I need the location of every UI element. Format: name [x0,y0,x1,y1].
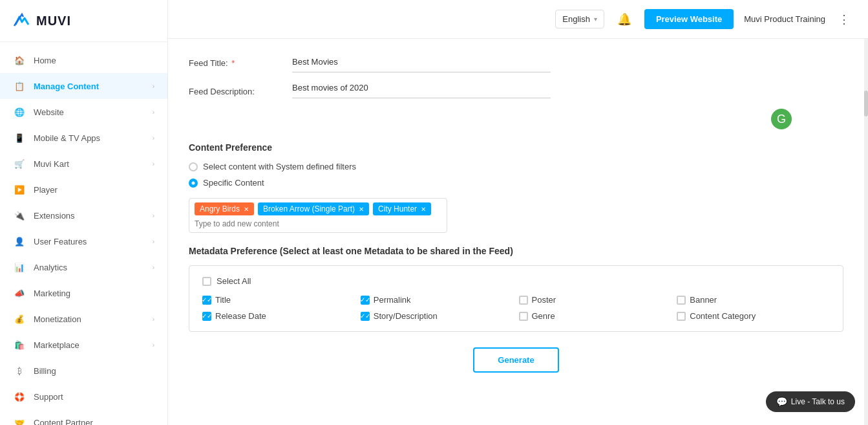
chevron-right-icon: › [153,342,154,349]
tag-angry-birds[interactable]: Angry Birds ✕ [195,202,254,215]
extensions-icon: 🔌 [13,209,26,222]
sidebar-item-content-partner[interactable]: 🤝Content Partner [0,409,167,425]
support-icon: 🛟 [13,390,26,403]
sidebar-label-user-features: User Features [34,237,153,246]
checkbox-box-release-date[interactable]: ✓ [202,312,211,321]
marketing-icon: 📣 [13,287,26,300]
generate-button[interactable]: Generate [473,347,558,373]
tag-remove-icon[interactable]: ✕ [359,206,364,213]
recaptcha-icon[interactable]: G [771,109,792,129]
checkbox-genre[interactable]: Genre [519,311,672,321]
sidebar-item-home[interactable]: 🏠Home [0,47,167,73]
tag-broken-arrow[interactable]: Broken Arrow (Single Part) ✕ [258,202,369,215]
checkbox-label-story: Story/Description [374,311,438,321]
header-title: Muvi Product Training [744,14,825,24]
sidebar-item-website[interactable]: 🌐Website› [0,99,167,125]
header: English ▾ 🔔 Preview Website Muvi Product… [168,0,868,39]
chevron-right-icon: › [153,109,154,116]
checkbox-title[interactable]: ✓ Title [202,295,355,305]
content-partner-icon: 🤝 [13,416,26,425]
sidebar-item-marketplace[interactable]: 🛍️Marketplace› [0,332,167,358]
live-chat-widget[interactable]: 💬 Live - Talk to us [766,391,855,412]
checkbox-banner[interactable]: Banner [677,295,830,305]
main-content: Feed Title: * Best Movies Feed Descripti… [168,39,864,425]
player-icon: ▶️ [13,183,26,196]
home-icon: 🏠 [13,54,26,67]
sidebar-item-analytics[interactable]: 📊Analytics› [0,254,167,280]
sidebar: MUVI 🏠Home📋Manage Content›🌐Website›📱Mobi… [0,0,168,425]
tag-remove-icon[interactable]: ✕ [244,206,249,213]
tag-label: City Hunter [378,204,417,213]
mobile-icon: 📱 [13,131,26,144]
checkbox-box-permalink[interactable]: ✓ [361,296,370,305]
sidebar-item-mobile-tv[interactable]: 📱Mobile & TV Apps› [0,125,167,151]
feed-description-row: Feed Description: Best movies of 2020 [189,83,843,98]
sidebar-item-support[interactable]: 🛟Support [0,384,167,409]
manage-content-icon: 📋 [13,80,26,93]
tag-input[interactable] [195,219,441,228]
sidebar-label-marketing: Marketing [34,289,154,298]
select-all-label: Select All [217,276,251,286]
scrollbar-thumb[interactable] [864,91,868,116]
sidebar-item-monetization[interactable]: 💰Monetization› [0,306,167,332]
radio-circle-system [189,162,198,171]
feed-title-label: Feed Title: * [189,54,292,68]
sidebar-item-manage-content[interactable]: 📋Manage Content› [0,73,167,99]
sidebar-item-player[interactable]: ▶️Player [0,177,167,202]
checkbox-content-category[interactable]: Content Category [677,311,830,321]
language-selector[interactable]: English ▾ [555,10,604,28]
checkbox-box-poster[interactable] [519,296,528,305]
radio-system-defined[interactable]: Select content with System defined filte… [189,162,843,171]
scrollbar-track[interactable] [864,39,868,425]
sidebar-item-marketing[interactable]: 📣Marketing [0,280,167,306]
generate-row: Generate [189,347,843,373]
sidebar-item-extensions[interactable]: 🔌Extensions› [0,202,167,228]
select-all-checkbox[interactable] [202,277,211,286]
checkbox-box-content-category[interactable] [677,312,686,321]
sidebar-label-monetization: Monetization [34,314,153,324]
marketplace-icon: 🛍️ [13,338,26,351]
checkbox-permalink[interactable]: ✓ Permalink [361,295,514,305]
chevron-right-icon: › [153,135,154,142]
tag-city-hunter[interactable]: City Hunter ✕ [373,202,431,215]
checkbox-poster[interactable]: Poster [519,295,672,305]
more-options-button[interactable]: ⋮ [836,10,852,29]
checkbox-box-title[interactable]: ✓ [202,296,211,305]
logo-area: MUVI [0,0,167,42]
sidebar-item-muvi-kart[interactable]: 🛒Muvi Kart› [0,151,167,177]
user-icon: 👤 [13,235,26,248]
chevron-right-icon: › [153,264,154,271]
billing-icon: ₿ [13,364,26,377]
live-chat-label: Live - Talk to us [791,397,845,406]
lang-chevron-icon: ▾ [594,16,597,23]
checkbox-box-story[interactable]: ✓ [361,312,370,321]
metadata-preference-section: Metadata Preference (Select at least one… [189,246,843,332]
metadata-checkboxes: ✓ Title ✓ Permalink Poster [202,295,830,321]
chevron-right-icon: › [153,316,154,323]
checkbox-box-banner[interactable] [677,296,686,305]
main-area: English ▾ 🔔 Preview Website Muvi Product… [168,0,868,425]
content-tags-container[interactable]: Angry Birds ✕ Broken Arrow (Single Part)… [189,198,447,233]
sidebar-label-muvi-kart: Muvi Kart [34,159,153,169]
recaptcha-area: G [189,109,843,129]
checkbox-story-description[interactable]: ✓ Story/Description [361,311,514,321]
logo-text: MUVI [36,14,71,28]
sidebar-label-marketplace: Marketplace [34,340,153,350]
metadata-box: Select All ✓ Title ✓ Permalink [189,265,843,332]
feed-title-value[interactable]: Best Movies [292,54,551,72]
tag-remove-icon[interactable]: ✕ [421,206,426,213]
sidebar-item-billing[interactable]: ₿Billing [0,358,167,384]
metadata-preference-title: Metadata Preference (Select at least one… [189,246,843,256]
chevron-right-icon: › [153,238,154,245]
sidebar-label-manage-content: Manage Content [34,82,153,91]
checkbox-box-genre[interactable] [519,312,528,321]
select-all-row[interactable]: Select All [202,276,830,286]
notifications-button[interactable]: 🔔 [615,10,634,29]
sidebar-item-user-features[interactable]: 👤User Features› [0,228,167,254]
sidebar-label-extensions: Extensions [34,211,153,221]
tag-label: Broken Arrow (Single Part) [263,204,355,213]
sidebar-label-home: Home [34,56,154,65]
preview-website-button[interactable]: Preview Website [644,9,734,29]
radio-specific-content[interactable]: Specific Content [189,178,843,188]
checkbox-release-date[interactable]: ✓ Release Date [202,311,355,321]
